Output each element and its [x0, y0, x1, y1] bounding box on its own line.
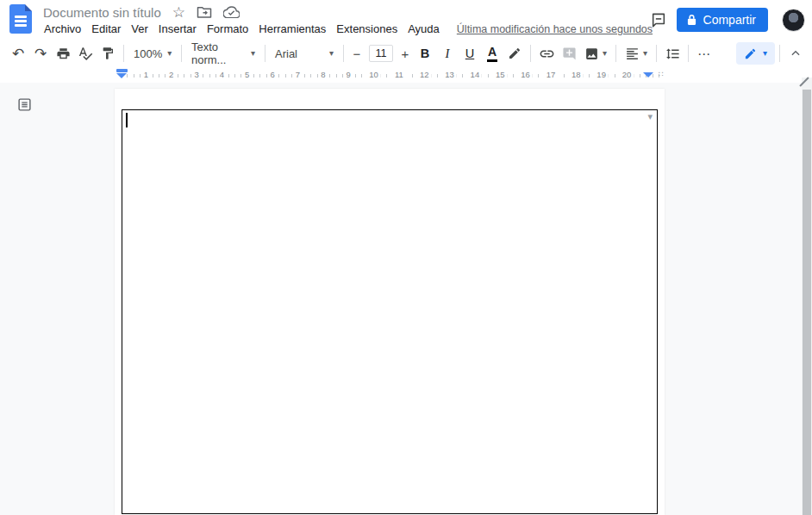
increase-font-size-button[interactable]: + — [397, 42, 414, 65]
spellcheck-button[interactable] — [74, 42, 97, 65]
add-comment-button[interactable] — [558, 42, 580, 65]
collapse-toolbar-button[interactable] — [784, 42, 807, 65]
ruler-number: 13 — [442, 70, 457, 80]
menu-archivo[interactable]: Archivo — [39, 22, 86, 36]
chevron-down-icon: ▾ — [603, 49, 607, 58]
star-icon[interactable]: ☆ — [172, 5, 185, 20]
ruler-number: 17 — [544, 70, 559, 80]
text-color-button[interactable]: A — [481, 42, 503, 65]
ruler-number: 2 — [166, 70, 176, 80]
lock-icon — [687, 14, 696, 26]
docs-logo-fold — [25, 4, 32, 11]
ruler-end-handle[interactable]: ∷ — [659, 70, 665, 78]
google-docs-logo-icon[interactable] — [9, 4, 32, 34]
toolbar-separator — [265, 45, 265, 62]
docs-logo-line — [15, 20, 27, 22]
ruler-number: 16 — [518, 70, 533, 80]
ruler-number: 12 — [417, 70, 432, 80]
document-workspace: ▾ — [0, 83, 812, 515]
menu-insertar[interactable]: Insertar — [153, 22, 202, 36]
paint-format-button[interactable] — [97, 42, 119, 65]
last-modified-link[interactable]: Última modificación hace unos segundos — [457, 23, 653, 35]
ruler-number: 8 — [318, 70, 328, 80]
highlight-color-button[interactable] — [503, 42, 526, 65]
frame-dropdown-icon[interactable]: ▾ — [647, 110, 653, 123]
document-title[interactable]: Documento sin título — [43, 5, 161, 20]
line-spacing-button[interactable] — [661, 42, 684, 65]
more-options-button[interactable]: ⋯ — [693, 42, 715, 65]
font-family-select[interactable]: Arial ▾ — [270, 47, 339, 60]
italic-button[interactable]: I — [436, 42, 459, 65]
share-button[interactable]: Compartir — [677, 8, 768, 32]
first-line-indent-marker[interactable] — [116, 69, 128, 72]
chevron-down-icon: ▾ — [643, 49, 647, 58]
left-indent-triangle — [116, 73, 127, 78]
bold-button[interactable]: B — [414, 42, 436, 65]
menu-formato[interactable]: Formato — [202, 22, 253, 36]
line-spacing-icon — [665, 47, 680, 61]
docs-logo-line — [15, 24, 27, 27]
menu-extensiones[interactable]: Extensiones — [331, 22, 403, 36]
toolbar-separator — [615, 45, 616, 62]
ruler-number: 11 — [392, 70, 406, 80]
undo-button[interactable]: ↶ — [7, 42, 29, 65]
menu-ver[interactable]: Ver — [126, 22, 153, 36]
cloud-saved-icon[interactable] — [223, 6, 240, 18]
chevron-down-icon: ▾ — [251, 49, 255, 58]
insert-link-button[interactable] — [535, 42, 558, 65]
left-indent-marker[interactable] — [116, 69, 128, 78]
horizontal-ruler[interactable]: 1234567891011121314151617181920 ∷ — [0, 67, 812, 83]
toolbar-separator — [688, 45, 689, 62]
font-family-value: Arial — [275, 47, 297, 60]
menu-ayuda[interactable]: Ayuda — [403, 22, 445, 36]
google-docs-window: Documento sin título ☆ Archivo Editar Ve… — [0, 0, 812, 515]
chevron-down-icon: ▾ — [167, 49, 172, 58]
redo-button[interactable]: ↷ — [29, 42, 52, 65]
add-comment-icon — [562, 47, 577, 61]
plus-icon: + — [402, 47, 409, 60]
menu-bar: Archivo Editar Ver Insertar Formato Herr… — [39, 22, 653, 36]
editing-mode-button[interactable]: ▾ — [736, 42, 775, 65]
show-outline-button[interactable] — [16, 96, 33, 113]
top-bar-actions: Compartir — [642, 0, 805, 40]
decrease-font-size-button[interactable]: − — [348, 42, 365, 65]
insert-image-button[interactable]: ▾ — [580, 42, 611, 65]
toolbar-separator — [530, 45, 531, 62]
ruler-number: 3 — [191, 70, 201, 80]
ruler-number: 5 — [242, 70, 252, 80]
menu-editar[interactable]: Editar — [86, 22, 126, 36]
move-to-folder-icon[interactable] — [197, 5, 212, 19]
chevron-down-icon: ▾ — [329, 49, 334, 58]
document-page[interactable]: ▾ — [115, 89, 665, 515]
text-cursor — [126, 113, 128, 127]
vertical-scrollbar-track[interactable] — [802, 78, 812, 515]
minus-icon: − — [353, 47, 361, 60]
redo-icon: ↷ — [34, 47, 47, 61]
zoom-select[interactable]: 100% ▾ — [128, 47, 177, 60]
avatar[interactable] — [782, 9, 805, 32]
open-comments-icon[interactable] — [642, 3, 675, 36]
paragraph-style-select[interactable]: Texto norm... ▾ — [186, 40, 260, 66]
edit-pencil-icon — [744, 47, 757, 60]
highlighter-icon — [508, 47, 522, 60]
ruler-number: 6 — [267, 70, 277, 80]
align-button[interactable]: ▾ — [621, 42, 652, 65]
document-title-row: Documento sin título ☆ — [43, 3, 240, 22]
font-size-input[interactable]: 11 — [369, 45, 393, 62]
align-left-icon — [625, 47, 640, 61]
undo-icon: ↶ — [12, 47, 24, 61]
right-indent-marker[interactable] — [643, 71, 653, 78]
print-button[interactable] — [52, 42, 74, 65]
menu-herramientas[interactable]: Herramientas — [253, 22, 331, 36]
ruler-number: 1 — [141, 70, 151, 80]
chevron-down-icon: ▾ — [763, 49, 767, 58]
docs-logo-line — [15, 16, 27, 18]
document-text-frame[interactable]: ▾ — [122, 109, 658, 514]
print-icon — [56, 47, 71, 61]
ruler-number: 15 — [493, 70, 508, 80]
ruler-number: 10 — [366, 70, 381, 80]
text-color-icon: A — [487, 45, 497, 61]
underline-button[interactable]: U — [459, 42, 481, 65]
vertical-scrollbar-thumb[interactable] — [803, 90, 811, 515]
spellcheck-icon — [78, 46, 93, 61]
